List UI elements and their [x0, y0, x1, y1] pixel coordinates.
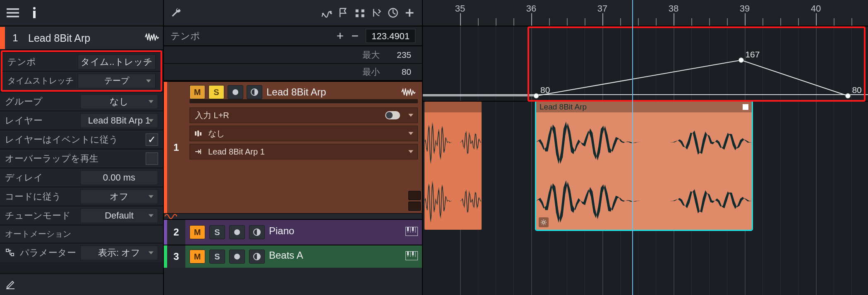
- track-color-stripe: [164, 82, 167, 213]
- volume-meter[interactable]: [189, 99, 418, 103]
- ruler-bar-label: 36: [523, 3, 540, 14]
- track-color-stripe: [164, 245, 167, 268]
- mute-button[interactable]: M: [189, 225, 205, 239]
- signature-icon[interactable]: [368, 5, 385, 21]
- clip-gear-icon[interactable]: [539, 217, 549, 227]
- audio-clip[interactable]: Lead 8Bit Arp: [536, 102, 752, 230]
- tempo-lane-header: テンポ + − 123.4901: [164, 26, 422, 46]
- add-track-icon[interactable]: [401, 5, 418, 21]
- layer-follow-checkbox[interactable]: ✓: [146, 133, 158, 146]
- track-number: 1: [167, 82, 185, 213]
- track-number: 1: [5, 32, 26, 44]
- tune-value[interactable]: Default: [80, 208, 158, 223]
- row-layer-follow[interactable]: レイヤーはイベントに従う ✓: [0, 130, 163, 149]
- ruler-bar-label: 37: [594, 3, 611, 14]
- marker-flag-icon[interactable]: [335, 5, 352, 21]
- tempo-minus-button[interactable]: −: [348, 29, 362, 43]
- automation-mini-lane[interactable]: [164, 213, 422, 219]
- timestretch-label: タイムストレッチ: [7, 75, 78, 86]
- output-dropdown[interactable]: Lead 8Bit Arp 1: [189, 144, 418, 159]
- tempo-min-row: 最小 80: [164, 64, 422, 81]
- solo-button[interactable]: S: [209, 250, 225, 264]
- tune-label: チューンモード: [5, 209, 80, 222]
- parameter-label: パラメーター: [20, 247, 80, 259]
- mute-button[interactable]: M: [189, 85, 205, 99]
- tempo-mode-value[interactable]: タイム..トレッチ: [78, 55, 156, 69]
- wrench-icon[interactable]: [168, 5, 185, 21]
- track-name[interactable]: Lead 8Bit Arp: [266, 86, 397, 98]
- mini-slot[interactable]: [408, 202, 421, 211]
- monitor-button[interactable]: [247, 85, 262, 99]
- layer-value[interactable]: Lead 8Bit Arp 1: [80, 113, 158, 128]
- timestretch-value[interactable]: テープ: [78, 74, 156, 88]
- tempo-value-field[interactable]: 123.4901: [366, 29, 415, 43]
- record-enable-button[interactable]: [228, 85, 243, 99]
- tempo-plus-button[interactable]: +: [333, 29, 348, 43]
- svg-rect-15: [407, 251, 409, 255]
- layer-label: レイヤー: [5, 114, 80, 127]
- input-toggle[interactable]: [385, 111, 400, 119]
- track-number: 3: [167, 245, 185, 268]
- output-value: Lead 8Bit Arp 1: [208, 147, 265, 157]
- parameter-jump-icon[interactable]: [5, 247, 16, 258]
- clip-header[interactable]: [424, 102, 482, 112]
- overlap-checkbox[interactable]: ✓: [146, 152, 158, 165]
- row-chord[interactable]: コードに従う オフ: [0, 187, 163, 206]
- info-icon[interactable]: [27, 7, 41, 19]
- input-dropdown[interactable]: 入力 L+R: [189, 107, 418, 123]
- tempo-curve[interactable]: [423, 26, 868, 101]
- menu-icon[interactable]: [6, 7, 20, 19]
- track-name[interactable]: Piano: [269, 225, 401, 237]
- clip-lane[interactable]: Lead 8Bit Arp: [423, 102, 868, 295]
- mini-slot[interactable]: [408, 191, 421, 200]
- chord-value[interactable]: オフ: [80, 189, 158, 204]
- clip-header[interactable]: Lead 8Bit Arp: [536, 102, 752, 112]
- tempo-max-value[interactable]: 235: [391, 50, 411, 60]
- tempo-lane[interactable]: 8016780: [423, 26, 868, 102]
- timeline-ruler[interactable]: 353637383940: [423, 0, 868, 26]
- arrangement-area[interactable]: 353637383940 8016780 Lead 8Bit Arp: [423, 0, 868, 295]
- audio-clip[interactable]: [424, 102, 482, 230]
- delay-value[interactable]: 0.00 ms: [80, 170, 158, 185]
- row-overlap[interactable]: オーバーラップを再生 ✓: [0, 149, 163, 168]
- monitor-button[interactable]: [249, 225, 265, 239]
- edit-corner[interactable]: [0, 274, 163, 295]
- row-tempo-mode[interactable]: テンポ タイム..トレッチ: [2, 52, 161, 71]
- svg-point-18: [739, 58, 743, 63]
- row-timestretch[interactable]: タイムストレッチ テープ: [2, 71, 161, 90]
- group-value[interactable]: なし: [80, 94, 158, 109]
- record-enable-button[interactable]: [229, 225, 245, 239]
- row-tune[interactable]: チューンモード Default: [0, 206, 163, 225]
- row-delay[interactable]: ディレイ 0.00 ms: [0, 168, 163, 187]
- automation-section-header[interactable]: オートメーション: [0, 225, 163, 243]
- row-group[interactable]: グループ なし: [0, 92, 163, 111]
- svg-point-17: [534, 93, 539, 98]
- inspector-track-header[interactable]: 1 Lead 8Bit Arp: [0, 26, 163, 50]
- track-row-2[interactable]: 2 M S Piano: [164, 219, 422, 245]
- record-enable-button[interactable]: [229, 250, 245, 264]
- svg-rect-16: [412, 251, 414, 255]
- parameter-value[interactable]: 表示: オフ: [80, 245, 158, 260]
- tracklist-toolbar: [164, 0, 422, 26]
- row-layer[interactable]: レイヤー Lead 8Bit Arp 1: [0, 111, 163, 130]
- tempo-min-value[interactable]: 80: [391, 67, 411, 77]
- ruler-bar-label: 39: [736, 3, 753, 14]
- ruler-bar-label: 40: [808, 3, 824, 14]
- tempo-icon[interactable]: [385, 5, 401, 21]
- track-name[interactable]: Lead 8Bit Arp: [26, 32, 145, 44]
- overlap-label: オーバーラップを再生: [5, 152, 146, 165]
- track-row-1[interactable]: 1 M S Lead 8Bit Arp 入力 L+R: [164, 81, 422, 213]
- row-parameter[interactable]: パラメーター 表示: オフ: [0, 243, 163, 262]
- ruler-bar-label: 35: [452, 3, 468, 14]
- mute-button[interactable]: M: [189, 250, 205, 264]
- track-name[interactable]: Beats A: [269, 250, 401, 261]
- solo-button[interactable]: S: [209, 225, 225, 239]
- midi-keyboard-icon: [405, 251, 418, 262]
- monitor-button[interactable]: [249, 250, 265, 264]
- track-row-3[interactable]: 3 M S Beats A: [164, 245, 422, 268]
- automation-curve-icon[interactable]: [319, 5, 335, 21]
- solo-button[interactable]: S: [209, 85, 224, 99]
- track-mini-controls: [407, 82, 422, 213]
- arranger-icon[interactable]: [352, 5, 368, 21]
- bus-dropdown[interactable]: なし: [189, 126, 418, 141]
